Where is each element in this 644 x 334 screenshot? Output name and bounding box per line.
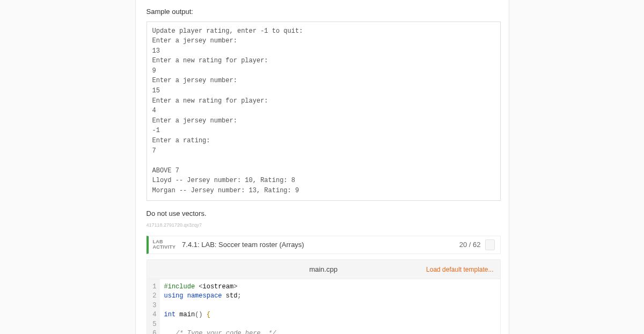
code-line[interactable]: #include <iostream>	[164, 282, 496, 292]
lab-tag-line2: ACTIVITY	[153, 245, 176, 250]
code-line[interactable]: using namespace std;	[164, 292, 496, 301]
file-tab-bar: main.cpp Load default template...	[147, 259, 501, 280]
code-line[interactable]: /* Type your code here. */	[164, 329, 496, 334]
gutter-line-number: 6	[149, 329, 157, 334]
gutter-line-number: 4	[149, 310, 157, 320]
editor-gutter: 123456789	[147, 279, 160, 334]
lab-activity-score: 20 / 62	[459, 239, 481, 250]
lab-activity-title: 7.4.1: LAB: Soccer team roster (Arrays)	[182, 239, 459, 250]
code-line[interactable]: int main() {	[164, 310, 496, 320]
code-editor[interactable]: 123456789 #include <iostream>using names…	[147, 279, 501, 334]
sample-output-box: Update player rating, enter -1 to quit: …	[147, 21, 501, 201]
content-panel: Sample output: Update player rating, ent…	[135, 0, 509, 334]
code-line[interactable]	[164, 301, 496, 310]
gutter-line-number: 2	[149, 292, 157, 301]
file-tab-filename[interactable]: main.cpp	[309, 264, 338, 275]
code-line[interactable]	[164, 320, 496, 329]
sample-output-label: Sample output:	[147, 6, 501, 17]
lab-activity-chip-icon[interactable]	[485, 239, 495, 250]
gutter-line-number: 1	[149, 282, 157, 292]
load-default-template-link[interactable]: Load default template...	[426, 266, 493, 273]
lab-activity-bar: LAB ACTIVITY 7.4.1: LAB: Soccer team ros…	[147, 236, 501, 254]
gutter-line-number: 3	[149, 301, 157, 310]
editor-code-area[interactable]: #include <iostream>using namespace std; …	[160, 279, 500, 334]
lab-activity-tag: LAB ACTIVITY	[153, 239, 176, 250]
question-id: 417118.2791720.qx3zqy7	[147, 222, 501, 229]
no-vectors-note: Do not use vectors.	[147, 208, 501, 219]
gutter-line-number: 5	[149, 320, 157, 329]
